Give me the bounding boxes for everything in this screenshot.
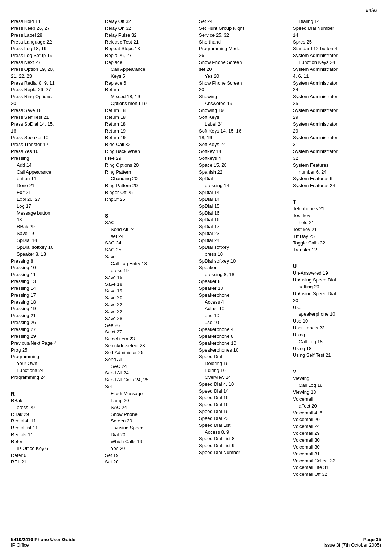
index-line: Replace 6 [105,80,193,87]
index-line: Standard 12-button 4 [293,45,381,52]
index-line: Access 4 [199,299,287,306]
index-line: Return 18 [105,121,193,128]
index-line: Call Appearance [11,169,99,176]
index-line: System Administrator [293,121,381,128]
index-line: Save 20 [105,295,193,301]
index-line: Pressing 29 [11,333,99,340]
index-line: Pressing 21 [11,312,99,319]
index-line: Show Phone [105,411,193,418]
index-line: Select item 23 [105,336,193,343]
index-line: Lamp 20 [105,397,193,404]
index-line: Voicemail 24 [293,423,381,430]
index-line: use 10 [199,319,287,326]
index-line: Pressing 18 [11,299,99,306]
index-line: SAC 24 [105,240,193,247]
index-line: Speed Dial Number [293,25,381,32]
index-line: Press Log 18, 19 [11,45,99,52]
index-line: SAC 24 [105,404,193,411]
index-line: Save 19 [105,288,193,295]
index-line: Voicemail 30 [293,444,381,451]
page: Index Press Hold 11Press Keep 26, 27Pres… [0,0,392,555]
index-line: up/using Speed [105,425,193,432]
index-line: Redial list 11 [11,425,99,432]
index-line: Speed Dial 4, 10 [199,381,287,388]
index-line: Expl 26, 27 [11,196,99,203]
column-3: Set 24Set Hunt Group NightService 25, 32… [196,18,290,478]
index-line: Viewing [293,375,381,382]
index-line: SpDial 15 [199,203,287,210]
index-line: System Administrator [293,66,381,73]
index-line: Speakerphone 8 [199,333,287,340]
index-line: Using [293,332,381,339]
index-line: 14 [293,32,381,39]
index-line: 32 [293,155,381,162]
index-line: Using Self Test 21 [293,352,381,359]
index-line [105,203,193,210]
index-line: Pressing 8 [11,258,99,265]
index-line: Return 19 [105,134,193,141]
index-line: Use 10 [293,318,381,325]
index-line: Speed Dial List [199,422,287,429]
footer: 5410/2410 Phone User Guide IP Office Pag… [11,535,381,548]
index-line: Ring Pattern 20 [105,182,193,189]
index-line: Programming [11,353,99,360]
index-line: Log 17 [11,203,99,210]
index-line: Press Label 28 [11,32,99,39]
index-line: RBak 29 [11,223,99,230]
index-line: U [293,263,381,270]
index-line: SpDial 16 [199,210,287,217]
index-line: S [105,212,193,219]
index-line: Ring Options 20 [105,162,193,169]
index-line: Voicemail Off 32 [293,471,381,478]
index-line: T [293,198,381,206]
index-line: Call Log Entry 18 [105,260,193,267]
index-line: Speakerphone 4 [199,326,287,333]
index-line: Speed Dial List 8 [199,436,287,442]
index-line: Pressing 14 [11,285,99,292]
index-line: SAC 25 [105,247,193,254]
index-line: Return 19 [105,128,193,135]
index-line: Adjust 10 [199,305,287,312]
index-line: System Features [293,162,381,169]
footer-left-line2: IP Office [11,542,75,548]
index-line: Un-Answered 19 [293,270,381,277]
index-line: Refer 6 [11,452,99,459]
index-line: Pressing 27 [11,326,99,333]
index-line: Softkey 14 [199,148,287,155]
index-line: System Administrator [293,80,381,87]
index-line: pressing 8, 18 [199,271,287,278]
index-line: Test key 21 [293,226,381,233]
index-line: Answered 19 [199,100,287,107]
index-line: speakerphone 10 [293,311,381,318]
index-line: Pressing 11 [11,271,99,278]
index-line: System Administrator [293,93,381,100]
index-line: Pressing 13 [11,278,99,285]
index-line: Use [293,304,381,311]
footer-right-line1: Page 35 [324,537,381,542]
index-line: Yes 20 [199,73,287,80]
index-line: Label 24 [199,121,287,128]
index-line: Toggle Calls 32 [293,240,381,247]
index-line: IP Office Key 6 [11,445,99,452]
index-line: press 19 [105,267,193,274]
index-line: set 24 [105,233,193,240]
top-border [11,16,381,16]
index-line: Set 20 [105,459,193,466]
index-line: Press Hold 11 [11,18,99,25]
index-line: Speed Dial 14 [199,388,287,395]
index-line: Access 8, 9 [199,429,287,436]
index-line: Speakerphones 10 [199,347,287,354]
index-line: Speed Dial Number [199,449,287,456]
index-line: Spanish 22 [199,169,287,176]
index-line: SpDial 24 [199,237,287,244]
index-line: System Administrator [293,52,381,59]
index-line: SpDial 16 [199,216,287,223]
footer-left: 5410/2410 Phone User Guide IP Office [11,537,75,548]
index-line: Repla 26, 27 [105,52,193,59]
index-line: Voicemail Collect 32 [293,458,381,465]
index-line: Speaker 8, 18 [11,251,99,258]
index-line: Flash Message [105,390,193,397]
index-line: Redials 11 [11,432,99,438]
index-line: Speakerphone [199,292,287,299]
index-line: REL 21 [11,459,99,466]
